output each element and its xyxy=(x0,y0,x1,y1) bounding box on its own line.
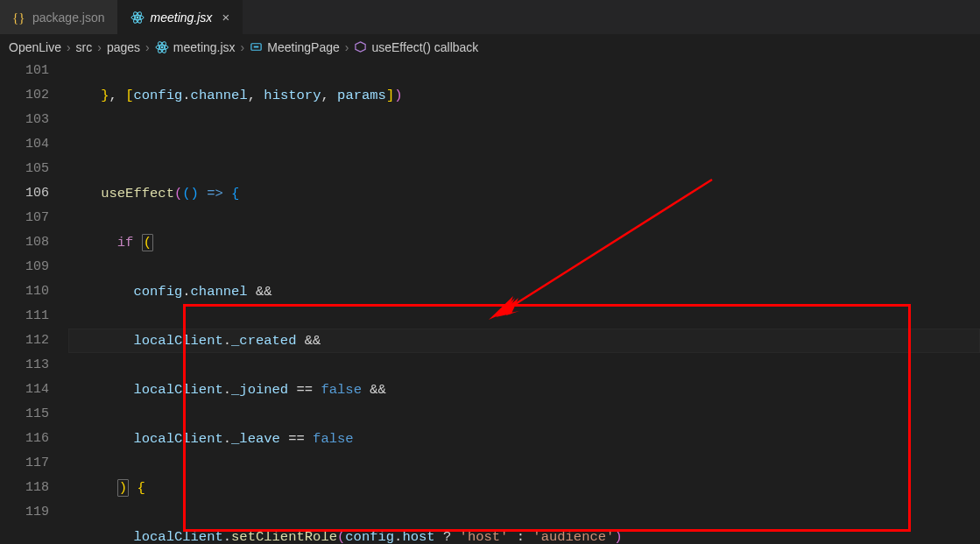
line-number: 108 xyxy=(0,230,49,255)
svg-text:{}: {} xyxy=(12,11,25,25)
code-line: }, [config.channel, history, params]) xyxy=(68,83,980,108)
chevron-right-icon: › xyxy=(67,40,71,54)
line-number: 106 xyxy=(0,181,49,206)
tab-package-json[interactable]: {} package.json xyxy=(0,0,118,34)
breadcrumb-item[interactable]: useEffect() callback xyxy=(354,40,478,54)
chevron-right-icon: › xyxy=(241,40,245,54)
line-number: 113 xyxy=(0,353,49,378)
line-number: 105 xyxy=(0,157,49,181)
json-icon: {} xyxy=(12,11,26,25)
chevron-right-icon: › xyxy=(345,40,349,54)
breadcrumb: OpenLive › src › pages › meeting.jsx › M… xyxy=(0,35,980,59)
code-line: config.channel && xyxy=(68,279,980,304)
line-number: 101 xyxy=(0,59,49,83)
line-number: 104 xyxy=(0,132,49,157)
line-number: 107 xyxy=(0,206,49,230)
line-number: 119 xyxy=(0,500,49,525)
code-editor[interactable]: 1011021031041051061071081091101111121131… xyxy=(0,59,980,544)
tab-meeting-jsx[interactable]: meeting.jsx × xyxy=(118,0,243,34)
svg-rect-10 xyxy=(254,46,259,48)
svg-point-8 xyxy=(160,46,163,48)
symbol-variable-icon xyxy=(250,40,263,53)
line-number: 115 xyxy=(0,402,49,427)
line-number: 102 xyxy=(0,83,49,108)
code-line: localClient.setClientRole(config.host ? … xyxy=(68,525,980,544)
code-content[interactable]: }, [config.channel, history, params]) us… xyxy=(68,59,980,544)
react-icon xyxy=(130,11,145,25)
chevron-right-icon: › xyxy=(97,40,102,54)
breadcrumb-item[interactable]: MeetingPage xyxy=(250,40,340,54)
line-number: 111 xyxy=(0,304,49,329)
code-line: if ( xyxy=(68,230,980,255)
line-number: 110 xyxy=(0,279,49,304)
line-number: 117 xyxy=(0,451,49,476)
code-line: useEffect(() => { xyxy=(68,181,980,206)
line-number: 109 xyxy=(0,255,49,279)
code-line-current: localClient._created && xyxy=(68,329,980,353)
symbol-method-icon xyxy=(354,40,367,53)
line-number: 103 xyxy=(0,108,49,132)
line-number: 116 xyxy=(0,427,49,451)
code-line: localClient._leave == false xyxy=(68,427,980,451)
line-number-gutter: 1011021031041051061071081091101111121131… xyxy=(0,59,68,544)
tab-label: package.json xyxy=(32,11,105,25)
breadcrumb-item[interactable]: src xyxy=(76,40,93,54)
tab-label: meeting.jsx xyxy=(151,11,213,25)
line-number: 114 xyxy=(0,378,49,402)
breadcrumb-item[interactable]: OpenLive xyxy=(9,40,61,54)
chevron-right-icon: › xyxy=(145,40,150,54)
line-number: 112 xyxy=(0,329,49,353)
react-icon xyxy=(155,40,169,54)
breadcrumb-item[interactable]: pages xyxy=(107,40,140,54)
code-line: ) { xyxy=(68,476,980,500)
tab-bar: {} package.json meeting.jsx × xyxy=(0,0,980,35)
line-number: 118 xyxy=(0,476,49,500)
breadcrumb-item[interactable]: meeting.jsx xyxy=(155,40,236,54)
code-line xyxy=(68,132,980,157)
code-line: localClient._joined == false && xyxy=(68,378,980,402)
close-icon[interactable]: × xyxy=(222,10,229,25)
svg-point-4 xyxy=(136,16,138,18)
